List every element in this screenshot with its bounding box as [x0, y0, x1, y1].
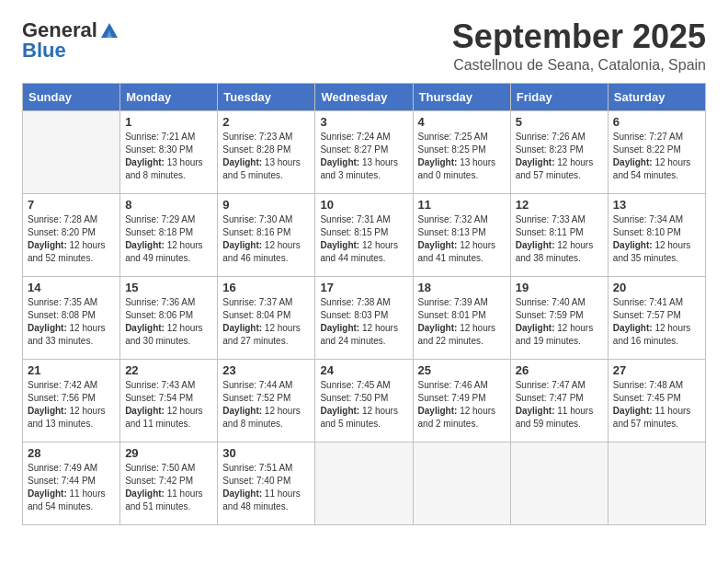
daylight-label: Daylight:	[125, 406, 167, 416]
daylight-label: Daylight:	[516, 406, 558, 416]
sunset-label: Sunset:	[125, 393, 159, 403]
sunset-label: Sunset:	[320, 310, 354, 320]
calendar-cell: 8Sunrise: 7:29 AMSunset: 8:18 PMDaylight…	[120, 193, 218, 276]
sunset-label: Sunset:	[222, 144, 256, 155]
sunrise-time: 7:44 AM	[259, 380, 293, 390]
daylight-label: Daylight:	[613, 323, 655, 333]
sunrise-time: 7:41 AM	[649, 297, 683, 307]
sunrise-time: 7:46 AM	[454, 380, 488, 390]
sunset-time: 8:23 PM	[549, 144, 583, 155]
day-number: 15	[125, 281, 212, 294]
sunset-time: 7:54 PM	[159, 393, 193, 403]
sunset-time: 8:18 PM	[159, 227, 193, 237]
sunrise-label: Sunrise:	[222, 297, 258, 307]
sunrise-label: Sunrise:	[320, 380, 356, 390]
calendar-cell: 24Sunrise: 7:45 AMSunset: 7:50 PMDayligh…	[315, 359, 413, 442]
day-number: 26	[516, 363, 603, 377]
day-info: Sunrise: 7:25 AMSunset: 8:25 PMDaylight:…	[418, 131, 506, 182]
daylight-label: Daylight:	[28, 323, 70, 333]
calendar-cell: 9Sunrise: 7:30 AMSunset: 8:16 PMDaylight…	[218, 193, 315, 276]
sunrise-label: Sunrise:	[418, 297, 454, 307]
sunrise-time: 7:27 AM	[649, 132, 683, 142]
daylight-label: Daylight:	[516, 240, 558, 250]
sunset-time: 8:11 PM	[549, 227, 583, 237]
sunset-label: Sunset:	[418, 310, 452, 320]
sunrise-label: Sunrise:	[28, 297, 63, 307]
sunrise-time: 7:37 AM	[259, 297, 293, 307]
daylight-label: Daylight:	[125, 323, 167, 333]
daylight-label: Daylight:	[222, 406, 265, 416]
sunset-time: 7:52 PM	[256, 393, 290, 403]
weekday-header-saturday: Saturday	[608, 83, 705, 110]
calendar-cell: 12Sunrise: 7:33 AMSunset: 8:11 PMDayligh…	[510, 193, 608, 276]
daylight-label: Daylight:	[222, 488, 265, 499]
sunrise-time: 7:50 AM	[162, 463, 196, 473]
calendar-cell	[510, 442, 608, 524]
daylight-label: Daylight:	[125, 488, 167, 499]
calendar-week-0: 1Sunrise: 7:21 AMSunset: 8:30 PMDaylight…	[23, 110, 706, 193]
day-info: Sunrise: 7:32 AMSunset: 8:13 PMDaylight:…	[418, 213, 506, 265]
day-number: 19	[516, 281, 603, 294]
logo: General Blue	[22, 18, 119, 63]
day-number: 1	[125, 115, 212, 129]
calendar-cell: 17Sunrise: 7:38 AMSunset: 8:03 PMDayligh…	[315, 276, 413, 359]
daylight-label: Daylight:	[125, 240, 167, 250]
sunrise-time: 7:25 AM	[454, 132, 488, 142]
day-number: 14	[28, 281, 115, 294]
daylight-label: Daylight:	[418, 406, 461, 416]
sunrise-time: 7:48 AM	[649, 380, 683, 390]
sunset-label: Sunset:	[320, 227, 354, 237]
sunrise-time: 7:30 AM	[259, 214, 293, 224]
day-number: 30	[222, 446, 310, 460]
day-info: Sunrise: 7:38 AMSunset: 8:03 PMDaylight:…	[320, 296, 407, 348]
daylight-label: Daylight:	[28, 240, 70, 250]
day-info: Sunrise: 7:34 AMSunset: 8:10 PMDaylight:…	[613, 213, 700, 265]
day-number: 11	[418, 198, 506, 212]
sunset-label: Sunset:	[222, 476, 256, 486]
day-info: Sunrise: 7:50 AMSunset: 7:42 PMDaylight:…	[125, 462, 212, 513]
daylight-label: Daylight:	[320, 157, 362, 167]
daylight-label: Daylight:	[320, 406, 362, 416]
calendar-cell: 13Sunrise: 7:34 AMSunset: 8:10 PMDayligh…	[608, 193, 705, 276]
sunset-time: 7:56 PM	[62, 393, 96, 403]
day-number: 2	[222, 115, 310, 129]
sunset-time: 8:22 PM	[647, 144, 681, 155]
day-number: 10	[320, 198, 407, 212]
sunset-label: Sunset:	[125, 476, 159, 486]
sunset-label: Sunset:	[28, 227, 62, 237]
sunset-label: Sunset:	[613, 227, 647, 237]
sunrise-label: Sunrise:	[613, 380, 649, 390]
sunrise-label: Sunrise:	[222, 380, 258, 390]
day-info: Sunrise: 7:21 AMSunset: 8:30 PMDaylight:…	[125, 131, 212, 182]
sunrise-time: 7:49 AM	[63, 463, 97, 473]
sunrise-label: Sunrise:	[125, 214, 161, 224]
sunrise-time: 7:38 AM	[357, 297, 391, 307]
calendar-week-4: 28Sunrise: 7:49 AMSunset: 7:44 PMDayligh…	[23, 442, 706, 524]
sunset-time: 8:04 PM	[256, 310, 290, 320]
calendar-cell	[315, 442, 413, 524]
sunrise-label: Sunrise:	[320, 297, 356, 307]
calendar-cell: 27Sunrise: 7:48 AMSunset: 7:45 PMDayligh…	[608, 359, 705, 442]
sunrise-time: 7:47 AM	[552, 380, 586, 390]
daylight-label: Daylight:	[418, 323, 461, 333]
calendar-cell: 30Sunrise: 7:51 AMSunset: 7:40 PMDayligh…	[218, 442, 315, 524]
day-number: 27	[613, 363, 700, 377]
sunset-label: Sunset:	[125, 227, 159, 237]
calendar-week-2: 14Sunrise: 7:35 AMSunset: 8:08 PMDayligh…	[23, 276, 706, 359]
calendar-cell: 20Sunrise: 7:41 AMSunset: 7:57 PMDayligh…	[608, 276, 705, 359]
sunset-label: Sunset:	[222, 227, 256, 237]
daylight-label: Daylight:	[222, 240, 265, 250]
weekday-header-tuesday: Tuesday	[218, 83, 315, 110]
sunrise-time: 7:35 AM	[63, 297, 97, 307]
daylight-label: Daylight:	[613, 157, 655, 167]
sunrise-label: Sunrise:	[516, 132, 552, 142]
day-number: 24	[320, 363, 407, 377]
sunset-time: 8:30 PM	[159, 144, 193, 155]
day-number: 12	[516, 198, 603, 212]
calendar-cell: 21Sunrise: 7:42 AMSunset: 7:56 PMDayligh…	[23, 359, 120, 442]
sunrise-time: 7:45 AM	[357, 380, 391, 390]
sunset-label: Sunset:	[320, 393, 354, 403]
sunset-time: 8:10 PM	[647, 227, 681, 237]
day-info: Sunrise: 7:46 AMSunset: 7:49 PMDaylight:…	[418, 379, 506, 431]
daylight-label: Daylight:	[222, 323, 265, 333]
